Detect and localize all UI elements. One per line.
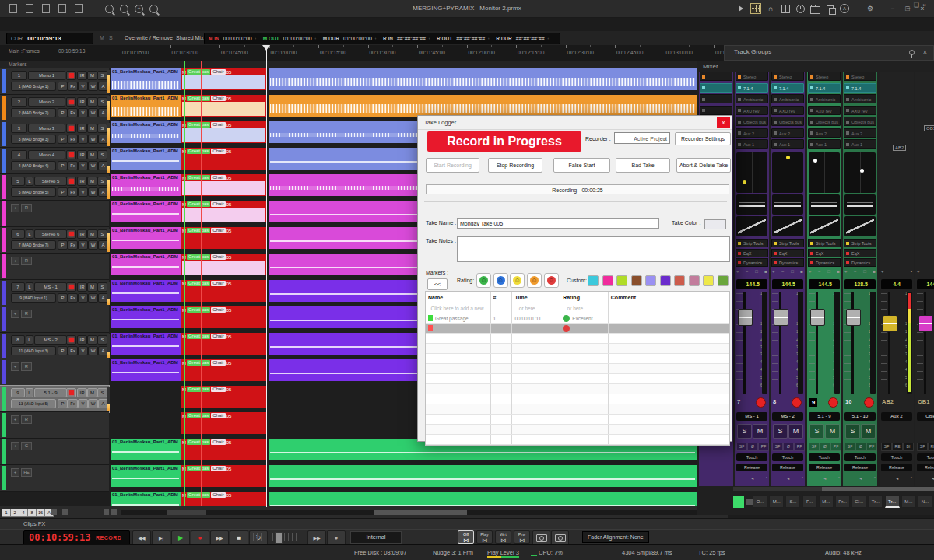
strip-pf-button[interactable]: PF bbox=[794, 443, 805, 451]
mixer-tab[interactable]: M... bbox=[901, 495, 916, 508]
audio-clip[interactable]: 01_BerlinMoskau_Part1_ADM bbox=[111, 492, 181, 506]
record-clip[interactable]: MGreat pasChair05 bbox=[181, 280, 267, 302]
strip-name[interactable]: Object bbox=[917, 412, 934, 421]
custom-color-button[interactable] bbox=[689, 275, 700, 286]
marker-chip[interactable]: Chair bbox=[211, 175, 225, 180]
custom-color-button[interactable] bbox=[674, 275, 685, 286]
bus-button[interactable]: Stereo bbox=[736, 72, 768, 81]
record-button[interactable]: ● bbox=[191, 530, 209, 545]
track-header[interactable]: +R bbox=[0, 412, 109, 439]
mdi-window-controls[interactable]: _ ❏ × bbox=[907, 2, 926, 9]
track-w-button[interactable]: W bbox=[88, 161, 98, 170]
marker-chip[interactable]: Great pas bbox=[187, 228, 210, 233]
track-record-button[interactable] bbox=[66, 150, 76, 159]
mixer-tab[interactable]: M... bbox=[769, 495, 784, 508]
pan-xy-pad[interactable] bbox=[772, 152, 803, 193]
strip-record-button[interactable] bbox=[864, 397, 874, 408]
proc-button[interactable]: Dynamics bbox=[844, 258, 876, 267]
field-value[interactable]: 01:00:00:00 bbox=[343, 36, 372, 41]
strip-name[interactable]: 5.1 - 10 bbox=[844, 412, 876, 421]
scrollbar-thumb[interactable] bbox=[374, 510, 467, 515]
touch-button[interactable]: Touch bbox=[917, 453, 934, 461]
bus-button[interactable]: Stereo bbox=[844, 72, 876, 81]
marker-chip[interactable]: Chair bbox=[211, 96, 225, 101]
record-clip[interactable]: MGreat pasChair05 bbox=[181, 386, 267, 408]
marker-chip[interactable]: Chair bbox=[211, 122, 225, 128]
bus-button[interactable]: 7.1.4 bbox=[771, 83, 804, 93]
custom-color-button[interactable] bbox=[616, 275, 627, 286]
track-v-button[interactable]: V bbox=[78, 187, 88, 197]
strip-name[interactable]: MS - 2 bbox=[772, 412, 803, 421]
track-m-button[interactable]: M bbox=[87, 177, 97, 186]
track-fx-button[interactable]: Fx bbox=[68, 346, 78, 355]
marker-chip[interactable]: Great pas bbox=[187, 69, 210, 75]
proc-button[interactable]: EqX bbox=[736, 249, 768, 257]
track-header[interactable]: 8LMS - 2IRMS11 (MAD Input 3)PFxVWA bbox=[0, 333, 109, 359]
fader-cap[interactable] bbox=[774, 309, 788, 326]
insert-row[interactable]: +▪ bbox=[917, 269, 934, 274]
curve-pad[interactable] bbox=[772, 216, 803, 236]
custom-color-button[interactable] bbox=[588, 275, 599, 286]
record-clip[interactable]: MGreat pasChair05 bbox=[181, 359, 267, 381]
mixer-icon[interactable] bbox=[750, 3, 761, 14]
jog-thumb[interactable] bbox=[275, 532, 283, 544]
record-clip[interactable]: MGreat pasChair05 bbox=[181, 333, 267, 355]
horizontal-scrollbar[interactable] bbox=[121, 510, 728, 515]
audio-clip[interactable]: 01_BerlinMoskau_Part1_ADM bbox=[111, 148, 181, 170]
take-notes-input[interactable] bbox=[457, 236, 730, 262]
spinner-icon[interactable]: ↕ bbox=[428, 37, 430, 41]
strip-solo-button[interactable]: S bbox=[737, 424, 752, 439]
track-p-button[interactable]: P bbox=[58, 187, 68, 197]
bus-button[interactable]: Stereo bbox=[771, 72, 804, 81]
snapshot-camera-icon[interactable] bbox=[532, 530, 550, 545]
bus-button[interactable]: Aux 1 bbox=[844, 139, 876, 149]
strip-mute-button[interactable]: M bbox=[788, 424, 803, 439]
track-w-button[interactable]: W bbox=[88, 346, 98, 355]
stop-recording-button[interactable]: Stop Recording bbox=[488, 158, 542, 173]
field-value[interactable]: 00:00:00:00 bbox=[223, 36, 252, 41]
bus-button[interactable]: Aux 1 bbox=[808, 139, 841, 149]
strip-number[interactable]: AB2 bbox=[882, 398, 894, 405]
proc-button[interactable]: Strip Tools bbox=[844, 239, 876, 247]
track-channel-tag[interactable]: L bbox=[26, 388, 33, 397]
pan-xy-pad[interactable] bbox=[844, 152, 876, 193]
bus-button[interactable]: Objects bus bbox=[736, 117, 768, 126]
strip-name[interactable]: MS - 1 bbox=[736, 412, 767, 421]
mixer-tab[interactable]: Tr... bbox=[868, 495, 883, 508]
fader-track[interactable] bbox=[743, 292, 746, 394]
rating-face-button[interactable]: ☺ bbox=[527, 273, 542, 288]
audio-clip[interactable]: 01_BerlinMoskau_Part1_ADM bbox=[111, 201, 181, 222]
track-header[interactable]: 7LMS - 1IRMS9 (MAD Input 1)PFxVWA bbox=[0, 280, 109, 306]
record-clip[interactable]: MGreat pasChair05 bbox=[181, 68, 267, 90]
rating-face-button[interactable]: ☺ bbox=[493, 273, 508, 288]
strip-name[interactable]: Aux 2 bbox=[881, 412, 912, 421]
record-clip[interactable]: MGreat pasChair05 bbox=[181, 254, 267, 275]
track-ir-button[interactable]: IR bbox=[77, 282, 87, 292]
mute-indicator[interactable]: M bbox=[100, 35, 104, 40]
expand-icon[interactable]: + bbox=[11, 468, 19, 477]
track-v-button[interactable]: V bbox=[78, 82, 88, 91]
track-channel-tag[interactable]: L bbox=[26, 229, 33, 239]
strip-bottom-icons[interactable]: −◂▪ bbox=[917, 475, 934, 481]
bus-button[interactable]: Aux 2 bbox=[771, 128, 804, 138]
bus-button[interactable]: Aux 2 bbox=[808, 128, 841, 138]
record-clip[interactable]: MGreat pasChair05 bbox=[181, 412, 267, 434]
track-number[interactable]: 5 bbox=[11, 177, 25, 186]
track-w-button[interactable]: W bbox=[88, 135, 98, 144]
strip-re-button[interactable]: RE bbox=[892, 443, 903, 451]
track-m-button[interactable]: M bbox=[87, 97, 97, 107]
record-clip[interactable]: MGreat pasChair05 bbox=[181, 439, 267, 460]
track-number[interactable]: 7 bbox=[11, 282, 25, 292]
marker-chip[interactable]: Great pas bbox=[187, 149, 210, 154]
expand-icon[interactable]: + bbox=[11, 310, 19, 318]
track-ir-button[interactable]: IR bbox=[77, 335, 87, 345]
touch-button[interactable]: Touch bbox=[809, 453, 840, 461]
track-fx-button[interactable]: Fx bbox=[68, 293, 78, 303]
table-row[interactable] bbox=[426, 354, 729, 364]
proc-button[interactable]: Strip Tools bbox=[808, 239, 841, 247]
scrollbar-thumb[interactable] bbox=[167, 510, 206, 515]
strip-pf-button[interactable]: PF bbox=[758, 443, 769, 451]
dialog-close-icon[interactable]: x bbox=[717, 117, 730, 128]
strip-bottom-icons[interactable]: −◂▪ bbox=[772, 475, 803, 481]
track-ir-button[interactable]: IR bbox=[77, 150, 87, 159]
